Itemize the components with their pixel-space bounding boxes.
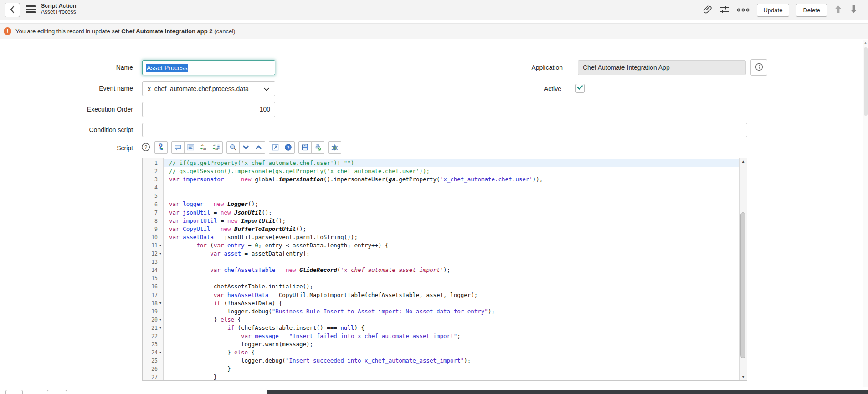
paperclip-icon — [703, 5, 713, 15]
code-line[interactable]: if (chefAssetsTable.insert() === null) { — [164, 324, 739, 332]
line-number: 26 — [143, 365, 163, 373]
next-record-button[interactable] — [849, 5, 858, 15]
personalize-form-button[interactable] — [719, 5, 729, 15]
code-line[interactable]: var hasAssetData = CopyUtil.MapToImportT… — [164, 291, 739, 299]
syntax-editor-button[interactable] — [154, 141, 168, 154]
bottom-delete-button-partial[interactable] — [47, 390, 67, 394]
page-scroll-up-icon[interactable]: ▲ — [863, 40, 868, 46]
page-scrollbar-thumb[interactable] — [864, 47, 868, 116]
debug-button[interactable] — [328, 141, 341, 154]
code-line[interactable]: // gs.getSession().impersonate(gs.getPro… — [164, 167, 739, 175]
line-number: 14 — [143, 266, 163, 274]
search-button[interactable] — [226, 141, 240, 154]
code-line[interactable]: } — [164, 373, 739, 380]
scroll-up-icon[interactable]: ▲ — [740, 158, 747, 165]
line-number: 23 — [143, 340, 163, 348]
save-icon — [301, 143, 309, 151]
code-line[interactable]: var asset = assetData[entry]; — [164, 250, 739, 258]
line-number: 25 — [143, 357, 163, 365]
page-scrollbar[interactable]: ▲ — [863, 40, 868, 387]
event-name-select[interactable]: x_chef_automate.chef.process.data — [142, 81, 275, 96]
warning-text: You are editing this record in update se… — [15, 28, 235, 35]
execution-order-input[interactable]: 100 — [142, 102, 275, 117]
code-line[interactable]: var impersonator = new global.impersinat… — [164, 175, 739, 184]
find-previous-icon — [255, 143, 262, 151]
fold-arrow-icon[interactable]: ▾ — [158, 316, 163, 324]
delete-button[interactable]: Delete — [796, 4, 827, 17]
chevron-left-icon — [10, 5, 15, 15]
save-button[interactable] — [298, 141, 312, 154]
cancel-link[interactable]: (cancel) — [214, 28, 235, 35]
code-line[interactable]: var assetData = jsonUtil.parse(event.par… — [164, 233, 739, 241]
line-number: 15 — [143, 274, 163, 282]
code-line[interactable]: for (var entry = 0; entry < assetData.le… — [164, 241, 739, 250]
line-number: 1 — [143, 159, 163, 167]
fold-arrow-icon[interactable]: ▾ — [158, 250, 163, 258]
line-number: 7 — [143, 209, 163, 217]
fold-arrow-icon[interactable]: ▾ — [158, 299, 163, 307]
code-line[interactable]: var logger = new Logger(); — [164, 200, 739, 208]
code-line[interactable] — [164, 192, 739, 200]
code-line[interactable] — [164, 274, 739, 282]
more-options-button[interactable] — [736, 7, 750, 14]
previous-record-button[interactable] — [834, 5, 842, 15]
editor-help-button[interactable]: ? — [282, 141, 295, 154]
search-icon — [229, 143, 237, 151]
script-editor-toolbar: ? abacabac? — [141, 141, 341, 154]
code-line[interactable]: logger.warn(message); — [164, 340, 739, 348]
code-line[interactable]: logger.debug("Business Rule Insert to As… — [164, 307, 739, 316]
format-code-button[interactable] — [184, 141, 197, 154]
code-line[interactable] — [164, 258, 739, 266]
code-line[interactable]: } else { — [164, 348, 739, 357]
code-line[interactable]: var importUtil = new ImportUtil(); — [164, 217, 739, 225]
ellipsis-icon — [736, 7, 750, 14]
active-checkbox[interactable] — [575, 84, 585, 93]
syntax-check-button[interactable] — [311, 141, 324, 154]
toggle-comment-button[interactable] — [171, 141, 185, 154]
replace-all-button[interactable]: abac — [210, 141, 223, 154]
svg-text:?: ? — [287, 145, 289, 150]
code-line[interactable]: logger.debug("Insert succeeded into x_ch… — [164, 357, 739, 365]
update-button[interactable]: Update — [757, 4, 790, 17]
header-bar: Script Action Asset Process Update Delet… — [0, 0, 868, 20]
full-screen-button[interactable] — [269, 141, 282, 154]
code-line[interactable]: var chefAssetsTable = new GlideRecord('x… — [164, 266, 739, 274]
find-next-button[interactable] — [239, 141, 252, 154]
line-number: 20▾ — [143, 316, 163, 324]
svg-text:?: ? — [144, 144, 147, 150]
code-line[interactable]: } else { — [164, 316, 739, 324]
attachment-button[interactable] — [703, 5, 713, 15]
record-name: Asset Process — [41, 9, 76, 15]
context-menu-icon[interactable] — [26, 5, 36, 13]
line-number: 5 — [143, 192, 163, 200]
bottom-update-button-partial[interactable] — [5, 390, 23, 394]
fold-arrow-icon[interactable]: ▾ — [158, 324, 163, 332]
script-code-editor[interactable]: 1234567891011▾12▾131415161718▾1920▾21▾22… — [142, 158, 747, 381]
script-help-icon[interactable]: ? — [141, 143, 150, 152]
back-button[interactable] — [5, 3, 20, 17]
code-line[interactable]: var jsonUtil = new JsonUtil(); — [164, 209, 739, 217]
code-line[interactable]: if (!hasAssetData) { — [164, 299, 739, 307]
replace-button[interactable]: abac — [197, 141, 210, 154]
code-line[interactable] — [164, 184, 739, 192]
scroll-down-icon[interactable]: ▼ — [740, 374, 747, 380]
line-number: 3 — [143, 175, 163, 184]
application-info-button[interactable] — [750, 59, 767, 76]
condition-script-input[interactable] — [142, 123, 747, 137]
editor-scrollbar-thumb[interactable] — [740, 212, 745, 358]
code-line[interactable]: var message = "Insert failed into x_chef… — [164, 332, 739, 340]
code-lines[interactable]: // if(gs.getProperty('x_chef_automate.ch… — [164, 158, 739, 380]
editor-scrollbar[interactable]: ▲ ▼ — [739, 158, 747, 380]
code-line[interactable]: } — [164, 365, 739, 373]
name-input[interactable]: Asset Process — [142, 60, 275, 75]
line-number: 2 — [143, 167, 163, 175]
fold-arrow-icon[interactable]: ▾ — [158, 241, 163, 250]
chevron-down-icon — [263, 85, 270, 92]
fold-arrow-icon[interactable]: ▾ — [158, 348, 163, 357]
find-previous-button[interactable] — [252, 141, 265, 154]
full-screen-icon — [272, 143, 279, 151]
code-line[interactable]: // if(gs.getProperty('x_chef_automate.ch… — [164, 159, 739, 167]
svg-text:ab: ab — [213, 143, 216, 147]
code-line[interactable]: chefAssetsTable.initialize(); — [164, 282, 739, 291]
code-line[interactable]: var CopyUtil = new BufferToImportUtil(); — [164, 225, 739, 233]
